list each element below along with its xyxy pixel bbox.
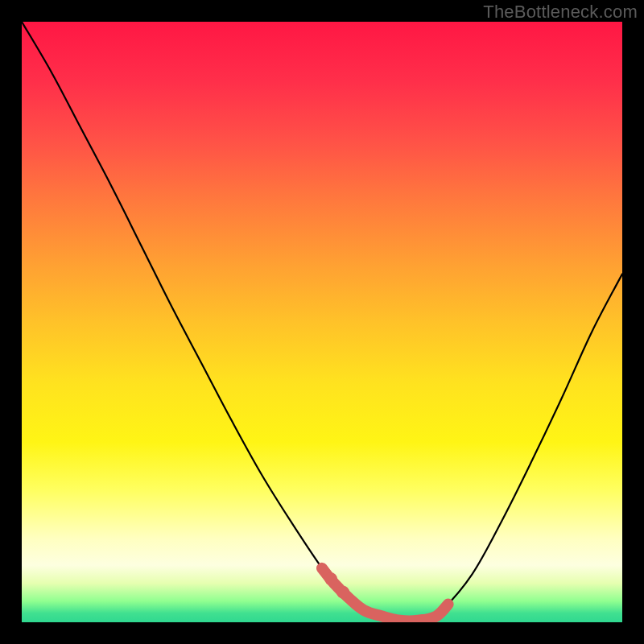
watermark-text: TheBottleneck.com [483, 2, 638, 23]
highlight-dot [336, 586, 349, 599]
chart-frame: TheBottleneck.com [0, 0, 644, 644]
highlight-dot [324, 572, 337, 585]
chart-svg [22, 22, 622, 622]
plot-area [22, 22, 622, 622]
gradient-background [22, 22, 622, 622]
